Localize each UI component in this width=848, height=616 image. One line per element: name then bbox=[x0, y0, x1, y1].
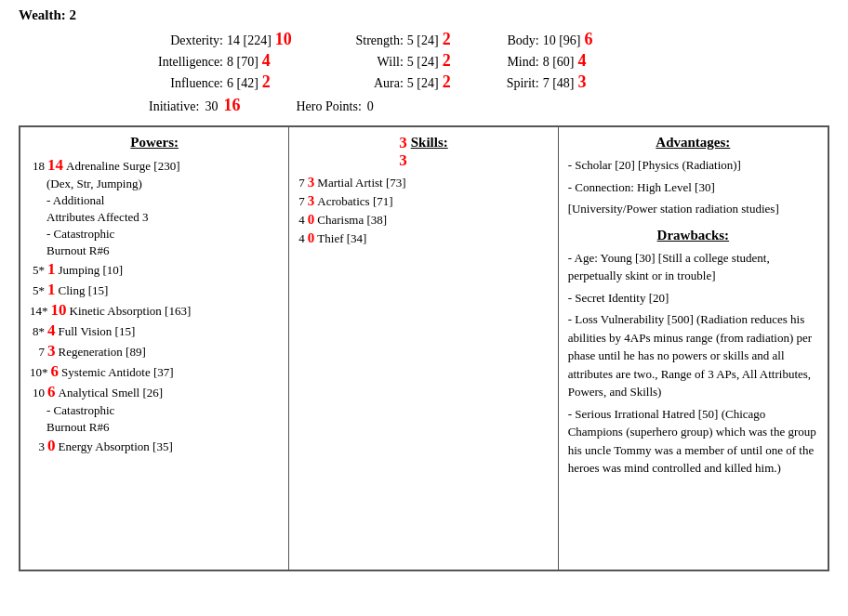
martial-red: 3 bbox=[308, 175, 315, 190]
stat-body: Body: 10 [96] 6 bbox=[488, 31, 593, 48]
initiative-red: 16 bbox=[223, 97, 240, 113]
str-red: 2 bbox=[443, 31, 451, 47]
initiative-line: Initiative: 30 16 Hero Points: 0 bbox=[149, 97, 829, 114]
adrenaline-sub2: - Additional bbox=[46, 193, 279, 208]
adv-connection: - Connection: High Level [30] bbox=[568, 178, 818, 197]
kinetic-red: 10 bbox=[51, 301, 67, 320]
adrenaline-sub4: - Catastrophic bbox=[46, 227, 279, 242]
skill-acrobatics: 7 3 Acrobatics [71] bbox=[298, 193, 548, 209]
will-label: Will: bbox=[329, 55, 404, 70]
stat-intelligence: Intelligence: 8 [70] 4 bbox=[149, 52, 292, 70]
smell-num: 10 bbox=[30, 386, 45, 400]
drawback-hatred: - Serious Irrational Hatred [50] (Chicag… bbox=[568, 405, 818, 478]
smell-sub1: - Catastrophic bbox=[46, 403, 279, 418]
charisma-red: 0 bbox=[308, 212, 315, 228]
energy-name: Energy Absorption [35] bbox=[59, 439, 173, 454]
skills-column: 3 3 Skills: 7 3 Martial Artist [73] 7 3 … bbox=[289, 127, 558, 570]
adv-scholar: - Scholar [20] [Physics (Radiation)] bbox=[568, 156, 818, 175]
mind-base: 8 [60] bbox=[543, 55, 575, 70]
spirit-base: 7 [48] bbox=[543, 76, 575, 91]
skills-red-bot: 3 bbox=[399, 152, 407, 170]
vision-red: 4 bbox=[47, 321, 56, 340]
martial-num: 7 bbox=[298, 176, 305, 190]
stat-influence: Influence: 6 [42] 2 bbox=[149, 73, 292, 91]
initiative-value: 30 bbox=[205, 99, 218, 114]
energy-red: 0 bbox=[47, 437, 56, 455]
int-red: 4 bbox=[262, 52, 271, 69]
powers-column: Powers: 18 14 Adrenaline Surge [230] (De… bbox=[20, 127, 289, 570]
dex-base: 14 [224] bbox=[227, 33, 272, 48]
stat-mind: Mind: 8 [60] 4 bbox=[488, 52, 593, 70]
power-kinetic: 14* 10 Kinetic Absorption [163] bbox=[30, 301, 279, 320]
adrenaline-sub1: (Dex, Str, Jumping) bbox=[46, 177, 279, 191]
aura-label: Aura: bbox=[329, 76, 404, 91]
cling-red: 1 bbox=[47, 281, 56, 299]
power-smell: 10 6 Analytical Smell [26] bbox=[30, 383, 279, 401]
adrenaline-sub5: Burnout R#6 bbox=[46, 243, 279, 258]
adrenaline-red: 14 bbox=[47, 156, 63, 175]
adv-university: [University/Power station radiation stud… bbox=[568, 200, 818, 218]
charisma-num: 4 bbox=[298, 213, 305, 228]
stats-col3: Body: 10 [96] 6 Mind: 8 [60] 4 Spirit: 7… bbox=[488, 31, 593, 91]
initiative-label: Initiative: bbox=[149, 99, 199, 114]
cling-name: Cling [15] bbox=[59, 283, 109, 298]
top-section: Wealth: 2 Dexterity: 14 [224] 10 Intelli… bbox=[0, 0, 848, 125]
systemic-name: Systemic Antidote [37] bbox=[61, 365, 174, 380]
inf-base: 6 [42] bbox=[227, 76, 258, 91]
body-base: 10 [96] bbox=[543, 33, 581, 48]
stat-spirit: Spirit: 7 [48] 3 bbox=[488, 73, 593, 91]
thief-name: Thief [34] bbox=[317, 231, 366, 246]
skill-thief: 4 0 Thief [34] bbox=[298, 230, 548, 246]
martial-name: Martial Artist [73] bbox=[317, 176, 405, 190]
power-energy: 3 0 Energy Absorption [35] bbox=[30, 437, 279, 455]
adrenaline-sub3: Attributes Affected 3 bbox=[46, 210, 279, 225]
energy-num: 3 bbox=[30, 439, 45, 454]
hero-points-label: Hero Points: bbox=[296, 99, 361, 114]
stat-will: Will: 5 [24] 2 bbox=[329, 52, 451, 70]
power-systemic: 10* 6 Systemic Antidote [37] bbox=[30, 362, 279, 381]
acrobatics-num: 7 bbox=[298, 194, 305, 209]
spirit-red: 3 bbox=[577, 73, 586, 90]
regen-num: 7 bbox=[30, 345, 45, 360]
skills-header: Skills: bbox=[411, 135, 448, 151]
skill-martial: 7 3 Martial Artist [73] bbox=[298, 175, 548, 190]
jumping-name: Jumping [10] bbox=[59, 263, 124, 278]
spirit-label: Spirit: bbox=[488, 76, 539, 91]
wealth-line: Wealth: 2 bbox=[19, 7, 829, 23]
skill-charisma: 4 0 Charisma [38] bbox=[298, 212, 548, 228]
adrenaline-name: Adrenaline Surge [230] bbox=[66, 159, 180, 174]
jumping-num: 5* bbox=[30, 263, 45, 278]
mind-label: Mind: bbox=[488, 55, 539, 70]
vision-num: 8* bbox=[30, 324, 45, 339]
wealth-value: 2 bbox=[70, 7, 77, 22]
regen-name: Regeneration [89] bbox=[59, 345, 146, 360]
will-red: 2 bbox=[443, 52, 451, 69]
inf-red: 2 bbox=[262, 73, 271, 90]
aura-red: 2 bbox=[443, 73, 451, 90]
will-base: 5 [24] bbox=[407, 55, 439, 70]
dex-label: Dexterity: bbox=[149, 33, 223, 48]
int-label: Intelligence: bbox=[149, 55, 223, 70]
power-cling: 5* 1 Cling [15] bbox=[30, 281, 279, 299]
stats-col2: Strength: 5 [24] 2 Will: 5 [24] 2 Aura: … bbox=[329, 31, 451, 91]
aura-base: 5 [24] bbox=[407, 76, 439, 91]
stats-grid: Dexterity: 14 [224] 10 Intelligence: 8 [… bbox=[149, 31, 829, 91]
charisma-name: Charisma [38] bbox=[317, 213, 387, 228]
adrenaline-num: 18 bbox=[30, 159, 45, 174]
hero-points-value: 0 bbox=[367, 99, 374, 114]
power-vision: 8* 4 Full Vision [15] bbox=[30, 321, 279, 340]
advantages-header: Advantages: bbox=[568, 135, 818, 151]
kinetic-num: 14* bbox=[30, 304, 48, 319]
stat-dexterity: Dexterity: 14 [224] 10 bbox=[149, 31, 292, 48]
thief-red: 0 bbox=[308, 230, 315, 246]
power-adrenaline: 18 14 Adrenaline Surge [230] bbox=[30, 156, 279, 175]
smell-sub2: Burnout R#6 bbox=[46, 420, 279, 435]
body-red: 6 bbox=[584, 31, 592, 47]
stats-col1: Dexterity: 14 [224] 10 Intelligence: 8 [… bbox=[149, 31, 292, 91]
power-regen: 7 3 Regeneration [89] bbox=[30, 342, 279, 360]
acrobatics-red: 3 bbox=[308, 193, 315, 209]
body-label: Body: bbox=[488, 33, 539, 48]
str-base: 5 [24] bbox=[407, 33, 439, 48]
drawback-loss: - Loss Vulnerability [500] (Radiation re… bbox=[568, 310, 818, 401]
drawbacks-header: Drawbacks: bbox=[568, 228, 818, 243]
